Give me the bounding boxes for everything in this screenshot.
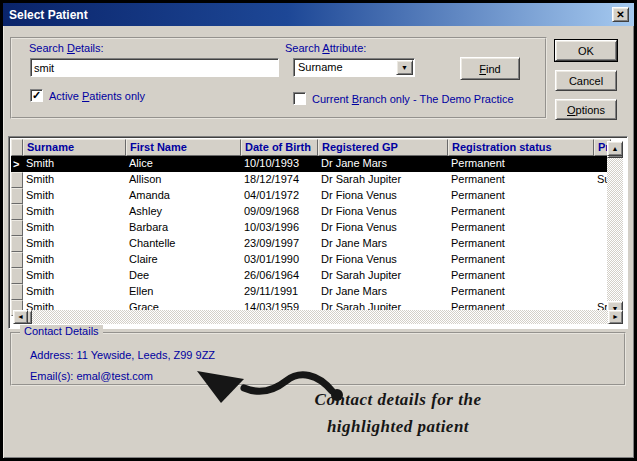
cell-dob: 29/11/1991 [241,284,318,300]
row-marker [11,236,23,252]
cell-dob: 04/01/1972 [241,188,318,204]
row-marker [11,252,23,268]
cell-surname: Smith [23,220,126,236]
table-row[interactable]: Smith Amanda 04/01/1972 Dr Fiona Venus P… [11,188,611,204]
search-attribute-select[interactable]: Surname ▼ [293,58,415,77]
row-marker: > [11,156,23,172]
search-details-label: Search Details: [29,42,104,54]
scroll-left-icon[interactable]: ◄ [13,310,28,324]
column-header-registered-gp[interactable]: Registered GP [318,139,448,156]
cell-surname: Smith [23,268,126,284]
options-button[interactable]: Options [555,99,617,120]
cell-registered-gp: Dr Jane Mars [318,156,448,172]
annotation-line-1: Contact details for the [293,386,503,413]
contact-details-legend: Contact Details [20,325,103,337]
active-patients-label: Active Patients only [49,90,145,102]
table-row[interactable]: Smith Ellen 29/11/1991 Dr Jane Mars Perm… [11,284,611,300]
column-header-surname[interactable]: Surname [23,139,126,156]
annotation-callout: Contact details for the highlighted pati… [293,386,503,440]
cell-registered-gp: Dr Fiona Venus [318,220,448,236]
cell-first-name: Allison [126,172,241,188]
cell-registration-status: Permanent [448,236,594,252]
cell-surname: Smith [23,156,126,172]
table-row[interactable]: Smith Dee 26/06/1964 Dr Sarah Jupiter Pe… [11,268,611,284]
table-body: > Smith Alice 10/10/1993 Dr Jane Mars Pe… [11,156,625,316]
cell-dob: 10/10/1993 [241,156,318,172]
cell-registered-gp: Dr Sarah Jupiter [318,268,448,284]
annotation-line-2: highlighted patient [293,413,503,440]
scroll-right-icon[interactable]: ► [608,310,623,324]
cell-surname: Smith [23,284,126,300]
cell-dob: 18/12/1974 [241,172,318,188]
table-row[interactable]: Smith Ashley 09/09/1968 Dr Fiona Venus P… [11,204,611,220]
row-marker [11,172,23,188]
table-row[interactable]: Smith Chantelle 23/09/1997 Dr Jane Mars … [11,236,611,252]
search-attribute-value: Surname [298,61,343,73]
cell-dob: 23/09/1997 [241,236,318,252]
cell-registered-gp: Dr Fiona Venus [318,252,448,268]
row-marker [11,284,23,300]
cell-registration-status: Permanent [448,204,594,220]
table-row[interactable]: Smith Barbara 10/03/1996 Dr Fiona Venus … [11,220,611,236]
cell-registered-gp: Dr Sarah Jupiter [318,172,448,188]
row-marker [11,204,23,220]
cancel-button[interactable]: Cancel [555,70,617,91]
horizontal-scrollbar[interactable]: ◄ ► [13,310,623,324]
cell-first-name: Ellen [126,284,241,300]
marker-column-header [11,139,23,156]
select-patient-dialog: Select Patient ✕ Search Details: Search … [0,0,637,461]
cell-registration-status: Permanent [448,156,594,172]
cell-first-name: Amanda [126,188,241,204]
cell-registered-gp: Dr Fiona Venus [318,204,448,220]
cell-registered-gp: Dr Jane Mars [318,284,448,300]
title-bar: Select Patient [3,3,634,26]
cell-first-name: Dee [126,268,241,284]
cell-surname: Smith [23,236,126,252]
current-branch-checkbox[interactable] [293,92,306,105]
cell-surname: Smith [23,204,126,220]
cell-surname: Smith [23,188,126,204]
contact-email: Email(s): emal@test.com [30,370,153,382]
cell-registration-status: Permanent [448,252,594,268]
column-header-dob[interactable]: Date of Birth [241,139,318,156]
cell-registered-gp: Dr Jane Mars [318,236,448,252]
cell-dob: 10/03/1996 [241,220,318,236]
cell-registration-status: Permanent [448,268,594,284]
chevron-down-icon[interactable]: ▼ [396,60,413,75]
cell-dob: 09/09/1968 [241,204,318,220]
row-marker [11,220,23,236]
scroll-up-icon[interactable]: ▲ [607,141,623,156]
cell-first-name: Alice [126,156,241,172]
column-header-registration-status[interactable]: Registration status [448,139,594,156]
cell-surname: Smith [23,172,126,188]
cell-registration-status: Permanent [448,284,594,300]
table-row[interactable]: > Smith Alice 10/10/1993 Dr Jane Mars Pe… [11,156,611,172]
cell-registration-status: Permanent [448,188,594,204]
table-header: Surname First Name Date of Birth Registe… [11,139,611,156]
current-branch-label: Current Branch only - The Demo Practice [312,93,514,105]
close-icon[interactable]: ✕ [612,7,629,22]
active-patients-checkbox[interactable]: ✓ [30,89,43,102]
ok-button[interactable]: OK [555,40,617,61]
find-button[interactable]: Find [460,57,520,80]
cell-surname: Smith [23,252,126,268]
cell-registered-gp: Dr Fiona Venus [318,188,448,204]
search-attribute-label: Search Attribute: [285,42,366,54]
window-title: Select Patient [3,8,88,22]
cell-dob: 26/06/1964 [241,268,318,284]
table-row[interactable]: Smith Allison 18/12/1974 Dr Sarah Jupite… [11,172,611,188]
cell-registration-status: Permanent [448,220,594,236]
row-marker [11,188,23,204]
cell-dob: 03/01/1990 [241,252,318,268]
cell-first-name: Chantelle [126,236,241,252]
table-row[interactable]: Smith Claire 03/01/1990 Dr Fiona Venus P… [11,252,611,268]
cell-first-name: Ashley [126,204,241,220]
row-marker [11,268,23,284]
patient-table: Surname First Name Date of Birth Registe… [8,136,628,329]
search-input[interactable] [30,58,279,77]
vertical-scrollbar[interactable]: ▲ ▼ [607,141,623,316]
cell-first-name: Barbara [126,220,241,236]
cell-registration-status: Permanent [448,172,594,188]
cell-first-name: Claire [126,252,241,268]
column-header-first-name[interactable]: First Name [126,139,241,156]
